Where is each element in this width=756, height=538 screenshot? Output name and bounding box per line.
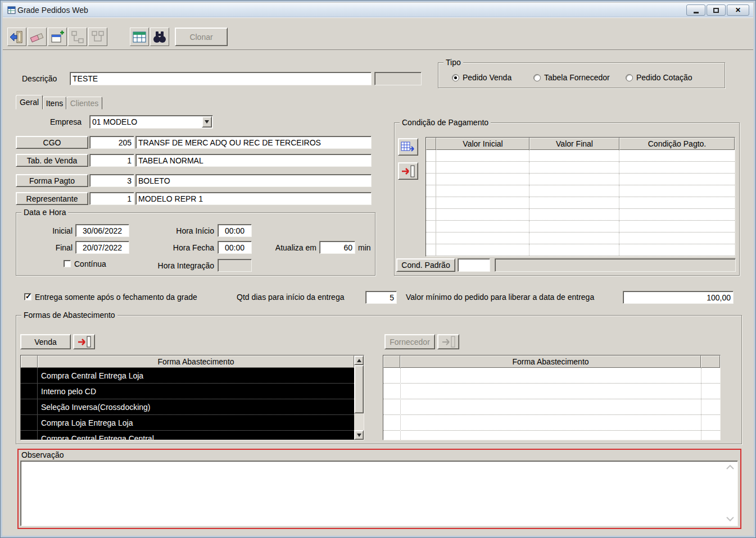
descricao-label: Descrição [22,74,57,84]
minimize-button[interactable] [686,4,705,16]
condicao-empty-row[interactable] [426,209,735,221]
representante-button[interactable]: Representante [16,192,88,205]
venda-row-1[interactable]: Compra Central Entrega Loja [21,368,354,384]
tab-venda-code-field[interactable]: 1 [89,154,134,167]
fornecedor-empty-row [383,415,720,431]
tab-itens[interactable]: Itens [43,97,66,110]
venda-row-3[interactable]: Seleção Inversa(Crossdocking) [21,399,354,415]
venda-row-5[interactable]: Compra Central Entrega Central [21,431,354,440]
observacao-scroll-up-icon[interactable] [726,464,735,470]
radio-pedido-cotacao[interactable] [626,74,633,81]
forma-pagto-code-field[interactable]: 3 [89,174,134,187]
search-button[interactable] [150,28,169,46]
add-icon [50,30,65,44]
tipo-legend: Tipo [443,58,463,67]
condicao-pagamento-legend: Condição de Pagamento [400,118,491,127]
condicao-empty-row[interactable] [426,244,735,256]
venda-row-3-text: Seleção Inversa(Crossdocking) [38,403,151,412]
condicao-empty-row[interactable] [426,174,735,185]
condicao-empty-row[interactable] [426,197,735,209]
empresa-dropdown-button[interactable] [202,116,212,127]
scroll-up-button[interactable] [354,355,364,365]
radio-pedido-cotacao-label: Pedido Cotação [636,73,692,83]
descricao-aux-field [374,72,422,85]
hora-inicio-field[interactable]: 00:00 [218,224,252,237]
venda-row-2[interactable]: Interno pelo CD [21,384,354,399]
insert-condicao-button[interactable] [398,138,418,156]
tab-venda-desc-field: TABELA NORMAL [135,154,372,167]
hora-inicio-label: Hora Início [162,226,214,236]
venda-grid-header: Forma Abastecimento [38,355,354,368]
column-separator [400,368,401,440]
hora-integracao-label: Hora Integração [144,261,214,271]
observacao-label: Observação [21,450,64,460]
remove-venda-abastecimento-button[interactable] [73,334,95,349]
minimize-icon [694,12,699,13]
inicial-date-field[interactable]: 30/06/2022 [75,224,129,237]
cgo-button[interactable]: CGO [16,136,88,149]
tab-geral[interactable]: Geral [16,95,43,110]
hora-integracao-field [218,259,252,272]
condicao-col-valor-inicial: Valor Inicial [436,138,529,150]
scroll-down-button[interactable] [354,430,364,440]
empresa-value: 01 MODELO [92,117,137,126]
tab-itens-label: Itens [46,99,63,108]
close-button[interactable]: ✕ [727,4,749,16]
cond-padrao-button[interactable]: Cond. Padrão [396,258,455,272]
hora-fecha-field[interactable]: 00:00 [218,241,252,254]
condicao-empty-row[interactable] [426,185,735,197]
atualiza-field[interactable]: 60 [319,241,355,254]
observacao-scroll-down-icon[interactable] [726,516,735,522]
maximize-button[interactable] [707,4,726,16]
qtd-dias-field[interactable]: 5 [365,291,397,304]
venda-grid-scrollbar[interactable] [354,355,364,440]
condicao-empty-row[interactable] [426,150,735,162]
valor-minimo-field[interactable]: 100,00 [623,291,734,304]
condicao-col-condicao-pagto: Condição Pagto. [619,138,735,150]
entrega-checkbox[interactable] [24,293,31,300]
empresa-combobox[interactable]: 01 MODELO [89,115,213,129]
clear-button[interactable] [28,28,47,46]
exit-button[interactable] [7,28,26,46]
scroll-thumb[interactable] [354,365,364,413]
observacao-textarea[interactable] [20,461,738,526]
fornecedor-empty-row [383,384,720,399]
chevron-down-icon [205,120,209,124]
forma-pagto-button[interactable]: Forma Pagto [16,174,88,187]
structure-icon-2 [90,30,105,44]
remove-condicao-button[interactable] [398,162,418,180]
fornecedor-empty-row [383,368,720,384]
tab-clientes[interactable]: Clientes [66,97,102,110]
cond-padrao-code-field[interactable] [458,258,490,272]
continua-label: Contínua [74,259,106,269]
fornecedor-empty-row [383,399,720,415]
exit-icon [10,30,24,44]
cgo-code-field[interactable]: 205 [89,136,134,149]
venda-row-4[interactable]: Compra Loja Entrega Loja [21,415,354,431]
condicao-empty-row[interactable] [426,232,735,244]
condicao-empty-row[interactable] [426,221,735,232]
tab-clientes-label: Clientes [70,99,99,108]
final-date-field[interactable]: 20/07/2022 [75,241,129,254]
grid-view-button[interactable] [130,28,149,46]
venda-abastecimento-grid[interactable]: Forma Abastecimento Compra Central Entre… [20,355,364,440]
venda-row-2-text: Interno pelo CD [38,387,96,396]
condicao-empty-row[interactable] [426,162,735,174]
tab-venda-button[interactable]: Tab. de Venda [16,154,88,167]
empresa-label: Empresa [50,117,82,127]
continua-checkbox[interactable] [64,260,71,267]
maximize-icon [713,8,719,13]
row-indicator [21,399,38,414]
radio-tabela-fornecedor[interactable] [533,74,541,81]
condicao-grid[interactable]: Valor Inicial Valor Final Condição Pagto… [425,137,735,257]
fornecedor-abastecimento-grid: Forma Abastecimento [383,355,721,440]
representante-code-field[interactable]: 1 [89,192,134,205]
add-button[interactable] [48,28,67,46]
atualiza-unit-label: min [358,243,371,253]
row-indicator [21,431,38,440]
descricao-input[interactable]: TESTE [70,72,372,85]
venda-button[interactable]: Venda [20,334,71,349]
fornecedor-grid-corner [383,355,400,368]
radio-tabela-fornecedor-label: Tabela Fornecedor [544,73,610,83]
radio-pedido-venda[interactable] [452,74,459,81]
